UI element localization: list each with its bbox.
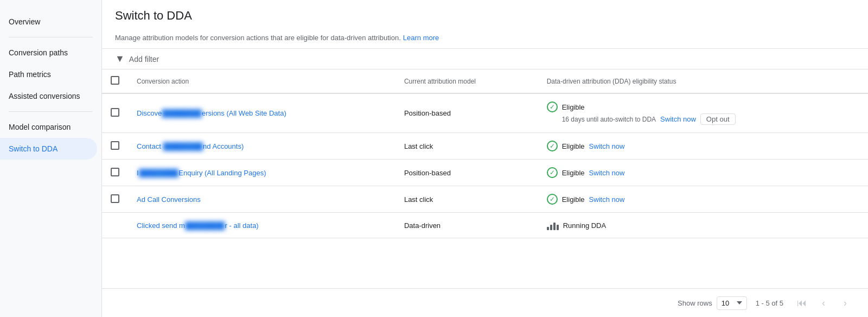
eligible-label: Eligible xyxy=(562,169,585,177)
col-checkbox xyxy=(102,69,128,93)
eligible-icon: ✓ xyxy=(547,102,558,112)
table-footer: Show rows 10 25 50 100 1 - 5 of 5 ⏮ ‹ › xyxy=(102,288,868,317)
row-2-checkbox[interactable] xyxy=(111,141,119,150)
status-row1: ✓Eligible xyxy=(547,102,859,112)
conversion-action-suffix[interactable]: nd Accounts) xyxy=(203,142,244,150)
sidebar-item-label: Conversion paths xyxy=(9,48,68,57)
select-all-checkbox[interactable] xyxy=(111,76,119,85)
row-checkbox-cell xyxy=(102,213,128,238)
eligible-icon: ✓ xyxy=(547,194,558,205)
dda-status-cell: ✓EligibleSwitch now xyxy=(538,133,868,160)
current-model-cell: Last click xyxy=(395,186,538,213)
blurred-text: ████████ xyxy=(139,169,179,177)
eligible-icon: ✓ xyxy=(547,141,558,151)
row-1-checkbox[interactable] xyxy=(111,108,119,117)
eligible-label: Eligible xyxy=(562,142,585,150)
info-text: Manage attribution models for conversion… xyxy=(115,34,401,42)
sidebar-item-label: Overview xyxy=(9,17,40,26)
sidebar-item-path-metrics[interactable]: Path metrics xyxy=(0,64,97,85)
switch-now-button[interactable]: Switch now xyxy=(589,195,625,204)
conversion-action-suffix[interactable]: r - all data) xyxy=(225,221,259,230)
table-row: Clicked send m████████r - all data)Data-… xyxy=(102,213,868,238)
filter-bar: ▼ Add filter xyxy=(102,49,868,69)
rows-per-page-select[interactable]: 10 25 50 100 xyxy=(717,296,747,310)
col-dda-status: Data-driven attribution (DDA) eligibilit… xyxy=(538,69,868,93)
row-checkbox-cell xyxy=(102,133,128,160)
prev-page-button[interactable]: ‹ xyxy=(814,293,833,313)
status-cell: ✓EligibleSwitch now xyxy=(547,141,859,151)
eligible-icon: ✓ xyxy=(547,167,558,178)
pagination-controls: ⏮ ‹ › xyxy=(792,293,855,313)
status-cell: ✓EligibleSwitch now xyxy=(547,167,859,178)
conversion-action-link[interactable]: Ad Call Conversions xyxy=(137,195,201,204)
table-row: I████████Enquiry (All Landing Pages)Posi… xyxy=(102,160,868,186)
conversion-action-suffix[interactable]: ersions (All Web Site Data) xyxy=(202,109,286,117)
blurred-text: ████████ xyxy=(185,221,225,230)
show-rows-control: Show rows 10 25 50 100 xyxy=(678,296,747,310)
table-header-row: Conversion action Current attribution mo… xyxy=(102,69,868,93)
pagination-info: 1 - 5 of 5 xyxy=(756,299,783,307)
col-conversion-action: Conversion action xyxy=(128,69,395,93)
switch-now-button[interactable]: Switch now xyxy=(589,169,625,177)
row-checkbox-cell xyxy=(102,186,128,213)
conversion-action-cell: I████████Enquiry (All Landing Pages) xyxy=(128,160,395,186)
sidebar-item-label: Model comparison xyxy=(9,123,71,131)
table-row: Ad Call ConversionsLast click✓EligibleSw… xyxy=(102,186,868,213)
current-model-cell: Position-based xyxy=(395,160,538,186)
next-page-button[interactable]: › xyxy=(835,293,855,313)
conversion-action-link[interactable]: Discove xyxy=(137,109,162,117)
blurred-text: ████████ xyxy=(163,142,203,150)
filter-icon: ▼ xyxy=(115,53,125,65)
bar-chart-icon xyxy=(547,220,559,230)
row-checkbox-cell xyxy=(102,160,128,186)
sidebar-item-model-comparison[interactable]: Model comparison xyxy=(0,116,97,138)
sidebar-item-conversion-paths[interactable]: Conversion paths xyxy=(0,42,97,64)
sidebar-divider-1 xyxy=(9,37,93,37)
eligible-label: Eligible xyxy=(562,103,585,111)
current-model-cell: Data-driven xyxy=(395,213,538,238)
current-model-cell: Last click xyxy=(395,133,538,160)
show-rows-label: Show rows xyxy=(678,299,712,307)
eligible-label: Eligible xyxy=(562,195,585,204)
status-cell: ✓EligibleSwitch now xyxy=(547,194,859,205)
page-header: Switch to DDA xyxy=(102,0,868,27)
dda-status-cell: Running DDA xyxy=(538,213,868,238)
blurred-text: ████████ xyxy=(162,109,202,117)
switch-now-button[interactable]: Switch now xyxy=(589,142,625,150)
filter-placeholder[interactable]: Add filter xyxy=(129,55,159,64)
switch-now-button[interactable]: Switch now xyxy=(660,115,696,123)
conversion-action-cell: Ad Call Conversions xyxy=(128,186,395,213)
dda-status-cell: ✓EligibleSwitch now xyxy=(538,160,868,186)
learn-more-link[interactable]: Learn more xyxy=(403,34,439,42)
row-3-checkbox[interactable] xyxy=(111,168,119,176)
sidebar-item-overview[interactable]: Overview xyxy=(0,11,97,33)
table-row: Contact ████████nd Accounts)Last click✓E… xyxy=(102,133,868,160)
running-dda-label: Running DDA xyxy=(563,221,607,230)
main-content: Switch to DDA Manage attribution models … xyxy=(102,0,868,317)
sidebar-divider-2 xyxy=(9,111,93,112)
table-container: Conversion action Current attribution mo… xyxy=(102,69,868,288)
table-row: Discove████████ersions (All Web Site Dat… xyxy=(102,93,868,133)
running-dda-cell: Running DDA xyxy=(547,220,859,230)
sidebar-item-label: Assisted conversions xyxy=(9,92,80,100)
sidebar: Overview Conversion paths Path metrics A… xyxy=(0,0,102,317)
auto-switch-text: 16 days until auto-switch to DDA xyxy=(562,116,656,123)
conversion-action-suffix[interactable]: Enquiry (All Landing Pages) xyxy=(178,169,266,177)
conversion-action-cell: Clicked send m████████r - all data) xyxy=(128,213,395,238)
current-model-cell: Position-based xyxy=(395,93,538,133)
conversions-table: Conversion action Current attribution mo… xyxy=(102,69,868,238)
conversion-action-link[interactable]: Clicked send m xyxy=(137,221,185,230)
status-row2: 16 days until auto-switch to DDASwitch n… xyxy=(547,113,859,125)
page-title: Switch to DDA xyxy=(115,9,855,23)
col-current-model: Current attribution model xyxy=(395,69,538,93)
opt-out-button[interactable]: Opt out xyxy=(700,113,736,125)
sidebar-item-switch-to-dda[interactable]: Switch to DDA xyxy=(0,138,97,160)
conversion-action-link[interactable]: Contact xyxy=(137,142,163,150)
sidebar-item-label: Switch to DDA xyxy=(9,144,58,153)
row-4-checkbox[interactable] xyxy=(111,194,119,203)
first-page-button[interactable]: ⏮ xyxy=(792,293,812,313)
info-bar: Manage attribution models for conversion… xyxy=(102,27,868,49)
sidebar-item-assisted-conversions[interactable]: Assisted conversions xyxy=(0,85,97,107)
dda-status-cell: ✓EligibleSwitch now xyxy=(538,186,868,213)
conversion-action-cell: Discove████████ersions (All Web Site Dat… xyxy=(128,93,395,133)
